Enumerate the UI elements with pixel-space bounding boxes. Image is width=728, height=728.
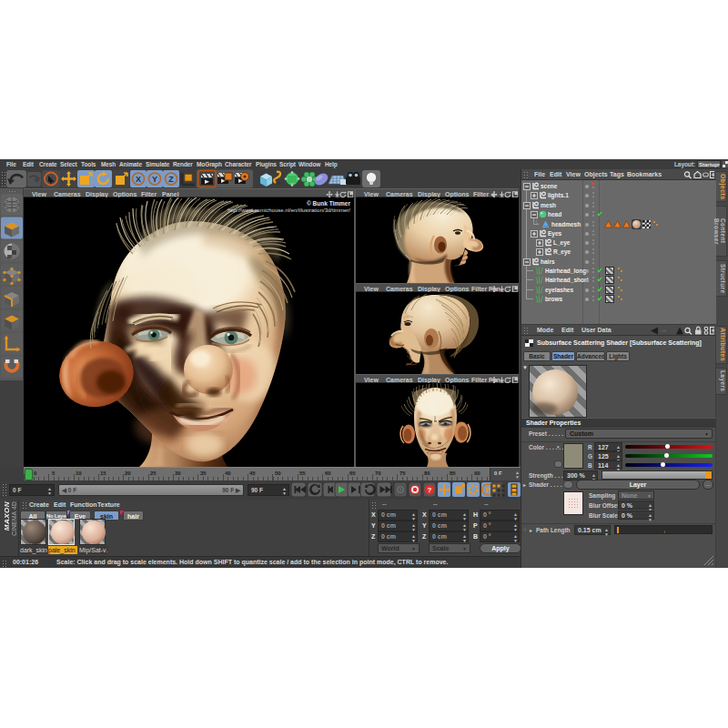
svg-text:P: P [485, 486, 490, 494]
svg-text:Z: Z [168, 175, 174, 184]
svg-text:?: ? [428, 486, 432, 494]
svg-text:Y: Y [152, 175, 157, 184]
svg-text:X: X [136, 175, 141, 184]
